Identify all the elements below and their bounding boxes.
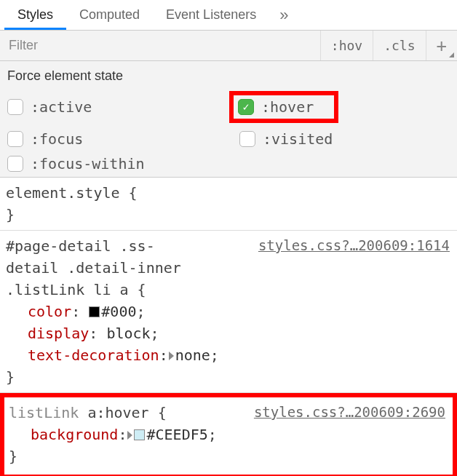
tab-styles[interactable]: Styles xyxy=(4,0,66,30)
property: display xyxy=(28,325,89,342)
declaration-color[interactable]: color: #000; xyxy=(6,301,450,322)
close-brace: } xyxy=(6,366,450,388)
state-visited[interactable]: :visited xyxy=(229,130,451,148)
state-label: :hover xyxy=(261,98,314,116)
colon: : xyxy=(89,325,98,342)
state-label: :visited xyxy=(263,130,333,148)
color-swatch-icon[interactable] xyxy=(89,306,100,317)
filter-input-wrap xyxy=(0,31,320,60)
property: background xyxy=(31,426,118,443)
colon: : xyxy=(159,346,168,364)
new-style-rule-button[interactable]: + xyxy=(426,31,457,60)
semicolon: ; xyxy=(136,303,145,320)
value: #000 xyxy=(101,303,136,320)
filter-toolbar: :hov .cls + xyxy=(0,31,457,61)
property: text-decoration xyxy=(28,346,159,364)
open-brace: { xyxy=(120,184,138,202)
tabs-overflow-icon[interactable]: » xyxy=(269,6,300,25)
checkbox-hover[interactable]: ✓ xyxy=(238,99,254,115)
tab-computed[interactable]: Computed xyxy=(66,0,153,30)
hov-toggle-button[interactable]: :hov xyxy=(320,31,373,60)
colon: : xyxy=(71,303,80,320)
open-brace: { xyxy=(149,404,167,421)
state-label: :focus xyxy=(31,130,83,148)
expand-icon[interactable] xyxy=(169,352,174,360)
highlight-box: ✓ :hover xyxy=(229,91,338,123)
force-state-grid: :active ✓ :hover :focus :visited :focus-… xyxy=(7,91,451,172)
filter-input[interactable] xyxy=(7,37,320,54)
close-brace: } xyxy=(9,445,445,467)
rule-listlink-hover[interactable]: styles.css?…200609:2690 listLink a:hover… xyxy=(4,397,453,475)
state-hover[interactable]: ✓ :hover xyxy=(229,91,451,123)
checkbox-visited[interactable] xyxy=(239,131,255,147)
rule-listlink-a[interactable]: styles.css?…200609:1614 #page-detail .ss… xyxy=(0,231,457,393)
devtools-styles-panel: Styles Computed Event Listeners » :hov .… xyxy=(0,0,457,476)
panel-tabs: Styles Computed Event Listeners » xyxy=(0,0,457,31)
declaration-display[interactable]: display: block; xyxy=(6,322,450,344)
semicolon: ; xyxy=(151,325,159,342)
state-label: :active xyxy=(31,98,92,116)
colon: : xyxy=(118,426,127,443)
state-active[interactable]: :active xyxy=(7,91,229,123)
selector: element.style xyxy=(6,184,120,202)
rule-element-style[interactable]: element.style { } xyxy=(0,178,457,231)
state-label: :focus-within xyxy=(31,155,145,172)
value: block xyxy=(106,325,150,342)
checkbox-focus[interactable] xyxy=(7,131,23,147)
checkbox-focus-within[interactable] xyxy=(7,156,23,172)
expand-icon[interactable] xyxy=(127,431,132,440)
declaration-background[interactable]: background:#CEEDF5; xyxy=(9,424,445,445)
tab-event-listeners[interactable]: Event Listeners xyxy=(153,0,269,30)
value: #CEEDF5 xyxy=(146,426,207,443)
declaration-text-decoration[interactable]: text-decoration:none; xyxy=(6,344,450,366)
cls-toggle-button[interactable]: .cls xyxy=(373,31,425,60)
semicolon: ; xyxy=(210,346,219,364)
semicolon: ; xyxy=(208,426,217,443)
checkbox-active[interactable] xyxy=(7,99,23,115)
value: none xyxy=(175,346,210,364)
state-focus-within[interactable]: :focus-within xyxy=(7,155,229,172)
force-element-state-panel: Force element state :active ✓ :hover :fo… xyxy=(0,61,457,178)
source-link[interactable]: styles.css?…200609:1614 xyxy=(258,235,450,256)
selector-prefix: listLink xyxy=(9,404,87,421)
state-focus[interactable]: :focus xyxy=(7,130,229,148)
force-state-title: Force element state xyxy=(7,68,451,84)
highlight-box: styles.css?…200609:2690 listLink a:hover… xyxy=(0,393,457,476)
selector: a:hover xyxy=(87,404,148,421)
close-brace: } xyxy=(6,204,450,226)
property: color xyxy=(28,303,71,320)
selector: #page-detail .ss-detail .detail-inner .l… xyxy=(6,237,181,298)
color-swatch-icon[interactable] xyxy=(134,429,145,440)
style-rules: element.style { } styles.css?…200609:161… xyxy=(0,178,457,476)
open-brace: { xyxy=(129,281,146,298)
source-link[interactable]: styles.css?…200609:2690 xyxy=(254,402,445,423)
